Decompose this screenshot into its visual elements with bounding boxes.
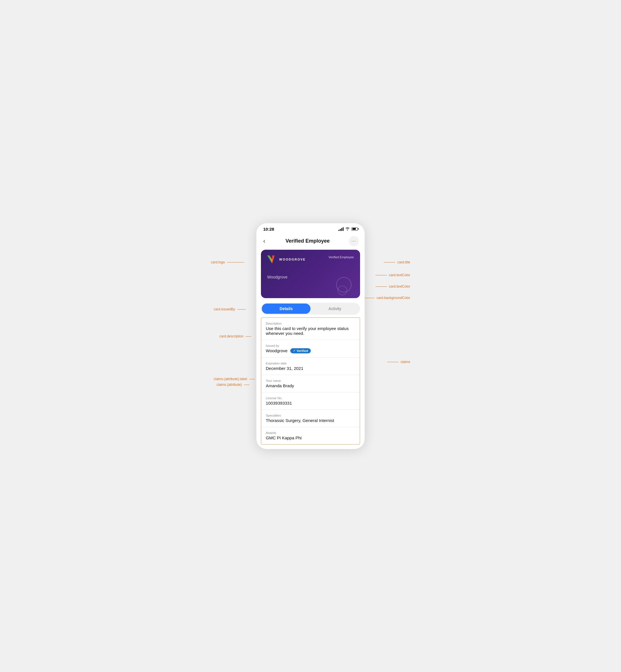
back-button[interactable]: ‹ bbox=[262, 236, 266, 246]
card-top: WOODGROVE Verified Employee bbox=[267, 256, 354, 263]
expiration-value: December 31, 2021 bbox=[266, 366, 355, 371]
verified-check-icon: ✓ bbox=[293, 349, 295, 352]
page-title: Verified Employee bbox=[285, 238, 330, 244]
verified-chip: ✓ Verified bbox=[290, 348, 311, 353]
ann-card-title: card.title bbox=[384, 260, 410, 264]
name-value: Amanda Brady bbox=[266, 383, 355, 388]
signal-bar-3 bbox=[341, 228, 342, 231]
ann-card-logo: card.logo bbox=[211, 260, 244, 264]
id-card: WOODGROVE Verified Employee Woodgrove bbox=[261, 250, 360, 298]
outer-wrapper: card.logo card.issuedBy card.description… bbox=[211, 223, 410, 449]
wifi-icon bbox=[345, 227, 350, 231]
tabs-container: Details Activity bbox=[261, 303, 360, 315]
license-value: 10039393331 bbox=[266, 401, 355, 405]
expiration-label: Expiration date bbox=[266, 362, 355, 365]
tab-details[interactable]: Details bbox=[262, 304, 310, 314]
card-logo-text: WOODGROVE bbox=[279, 258, 306, 261]
specialties-section: Specialties Thorassic Surgery, General I… bbox=[261, 410, 360, 427]
details-content: Description Use this card to verify your… bbox=[261, 317, 360, 445]
tab-activity[interactable]: Activity bbox=[310, 304, 359, 314]
battery-icon bbox=[351, 227, 358, 231]
verified-chip-label: Verified bbox=[296, 349, 308, 353]
description-section: Description Use this card to verify your… bbox=[261, 318, 360, 340]
phone-frame: 10:28 bbox=[256, 223, 365, 449]
ann-claims-label: claims.{attribute}.label bbox=[214, 377, 255, 381]
signal-icon bbox=[338, 227, 343, 231]
card-issuer: Woodgrove bbox=[267, 275, 287, 279]
status-time: 10:28 bbox=[263, 227, 274, 231]
signal-bar-2 bbox=[340, 229, 341, 231]
issued-by-row: Woodgrove ✓ Verified bbox=[266, 348, 355, 353]
specialties-label: Specialties bbox=[266, 414, 355, 417]
ann-card-issuer: card.issuedBy bbox=[214, 307, 246, 311]
issued-by-section: Issued by Woodgrove ✓ Verified bbox=[261, 340, 360, 358]
signal-bar-4 bbox=[343, 227, 343, 231]
card-title-badge: Verified Employee bbox=[328, 256, 354, 259]
status-icons bbox=[338, 227, 358, 231]
woodgrove-logo-icon bbox=[267, 256, 277, 263]
ann-card-bgcolor: card.backgroundColor bbox=[363, 296, 410, 300]
more-button[interactable]: ··· bbox=[349, 236, 359, 246]
card-logo: WOODGROVE bbox=[267, 256, 306, 263]
issued-by-value: Woodgrove bbox=[266, 348, 287, 353]
license-label: License No. bbox=[266, 396, 355, 400]
awards-value: GMC Pi Kappa Phi bbox=[266, 435, 355, 440]
description-value: Use this card to verify your employee st… bbox=[266, 326, 355, 336]
name-section: Your name Amanda Brady bbox=[261, 375, 360, 392]
battery-fill bbox=[353, 228, 356, 230]
awards-section: Awards GMC Pi Kappa Phi bbox=[261, 427, 360, 444]
status-bar: 10:28 bbox=[256, 223, 365, 234]
specialties-value: Thorassic Surgery, General Internist bbox=[266, 418, 355, 423]
ann-card-description: card.description bbox=[219, 334, 251, 338]
ann-card-textcolor2: card.textColor bbox=[375, 284, 410, 288]
description-label: Description bbox=[266, 322, 355, 325]
ann-claims: claims bbox=[387, 360, 410, 364]
svg-marker-3 bbox=[272, 256, 275, 263]
signal-bar-1 bbox=[338, 230, 339, 231]
issued-by-label: Issued by bbox=[266, 344, 355, 347]
awards-label: Awards bbox=[266, 431, 355, 435]
ann-claims-attribute: claims.{attribute} bbox=[216, 383, 250, 387]
nav-header: ‹ Verified Employee ··· bbox=[256, 234, 365, 250]
name-label: Your name bbox=[266, 379, 355, 383]
ann-card-textcolor: card.textColor bbox=[375, 273, 410, 277]
card-bottom: Woodgrove bbox=[267, 275, 354, 279]
license-section: License No. 10039393331 bbox=[261, 392, 360, 410]
expiration-section: Expiration date December 31, 2021 bbox=[261, 358, 360, 375]
